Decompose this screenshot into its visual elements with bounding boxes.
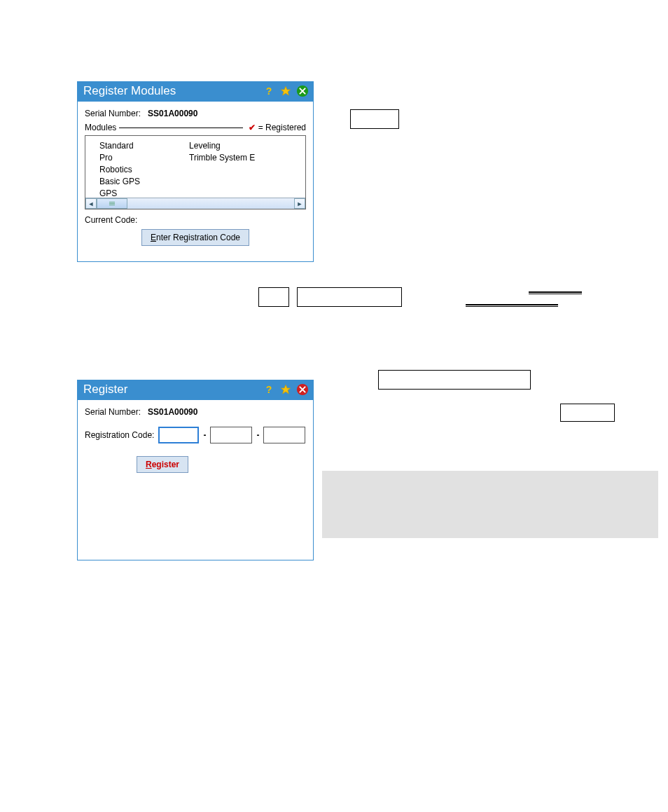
registration-code-row: Registration Code: - - (85, 427, 306, 443)
modules-listbox[interactable]: Standard Pro Robotics Basic GPS GPS Leve… (85, 135, 306, 209)
titlebar: Register Modules ? (78, 82, 313, 102)
mnemonic: E (151, 233, 156, 242)
list-item[interactable]: Pro (99, 152, 140, 164)
titlebar-icons: ? (263, 383, 309, 396)
dialog-title: Register (83, 383, 263, 397)
outline-box (297, 287, 402, 307)
titlebar: Register ? (78, 380, 313, 400)
scroll-right-button[interactable]: ► (294, 198, 305, 209)
close-icon[interactable] (296, 383, 309, 396)
svg-marker-0 (281, 86, 290, 95)
scroll-track[interactable] (97, 198, 294, 209)
register-button[interactable]: Register (137, 456, 188, 473)
registration-code-label: Registration Code: (85, 430, 154, 440)
star-icon[interactable] (279, 383, 292, 396)
serial-value: SS01A00090 (148, 407, 197, 417)
svg-marker-2 (281, 385, 290, 394)
register-dialog: Register ? Serial Number: SS01A00090 Reg… (77, 380, 314, 560)
scroll-left-button[interactable]: ◄ (85, 198, 97, 209)
list-item[interactable]: Basic GPS (99, 176, 140, 188)
modules-label: Modules (85, 123, 116, 132)
registered-legend: = Registered (258, 123, 306, 132)
outline-box (350, 109, 399, 129)
list-item[interactable]: Trimble System E (189, 152, 255, 164)
outline-box (258, 287, 289, 307)
dialog-title: Register Modules (83, 84, 263, 98)
dash: - (203, 430, 206, 440)
serial-value: SS01A00090 (148, 109, 197, 118)
list-item[interactable]: Standard (99, 140, 140, 152)
btn-label-rest: nter Registration Code (156, 233, 240, 242)
current-code-label: Current Code: (85, 215, 137, 225)
serial-row: Serial Number: SS01A00090 (85, 109, 306, 118)
outline-box (378, 370, 531, 390)
register-modules-dialog: Register Modules ? Serial Number: SS01A0… (77, 81, 314, 262)
outline-box (560, 404, 615, 422)
horizontal-scrollbar[interactable]: ◄ ► (85, 198, 305, 209)
serial-label: Serial Number: (85, 109, 141, 118)
button-row: Register (137, 456, 306, 473)
close-icon[interactable] (296, 85, 309, 97)
serial-label: Serial Number: (85, 407, 141, 417)
star-icon[interactable] (279, 85, 292, 97)
code-input-3[interactable] (263, 427, 305, 443)
mnemonic: R (146, 460, 152, 469)
grip-icon (109, 201, 115, 207)
code-input-1[interactable] (158, 427, 199, 443)
list-item[interactable]: Leveling (189, 140, 255, 152)
underline (466, 304, 558, 305)
code-input-2[interactable] (210, 427, 252, 443)
enter-registration-code-button[interactable]: Enter Registration Code (141, 229, 249, 246)
check-icon: ✔ (249, 123, 256, 132)
modules-header: Modules ✔ = Registered (85, 123, 306, 132)
gray-panel (322, 471, 658, 538)
divider (119, 128, 242, 128)
button-row: Enter Registration Code (85, 229, 306, 246)
btn-label-rest: egister (152, 460, 179, 469)
list-item[interactable]: Robotics (99, 164, 140, 176)
help-icon[interactable]: ? (263, 85, 275, 97)
help-icon[interactable]: ? (263, 383, 275, 396)
dash: - (256, 430, 259, 440)
current-code-row: Current Code: (85, 215, 306, 225)
underline (529, 291, 582, 293)
scroll-thumb[interactable] (97, 198, 127, 209)
dialog-body: Serial Number: SS01A00090 Modules ✔ = Re… (78, 102, 313, 253)
serial-row: Serial Number: SS01A00090 (85, 407, 306, 417)
titlebar-icons: ? (263, 85, 309, 97)
dialog-body: Serial Number: SS01A00090 Registration C… (78, 400, 313, 480)
